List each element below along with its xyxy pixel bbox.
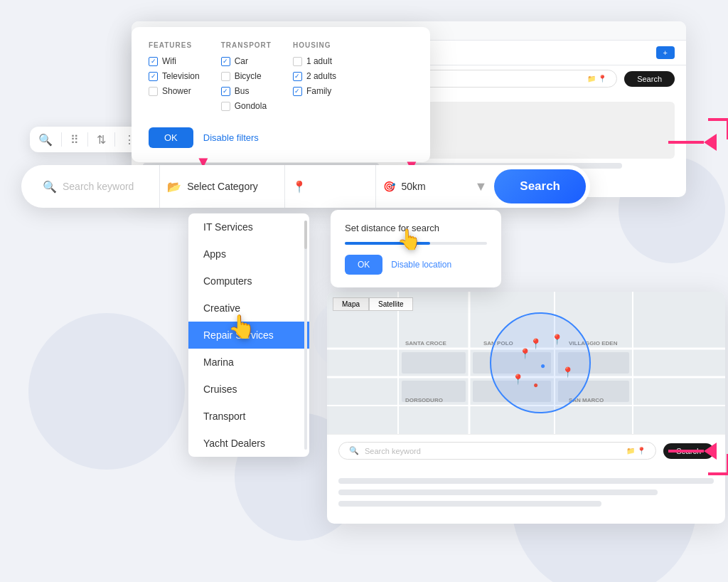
bottom-search-extra-icons: 📁 📍 bbox=[626, 447, 646, 455]
toolbar-arrows-icon[interactable]: ⇅ bbox=[97, 133, 106, 147]
bottom-search-icon: 🔍 bbox=[349, 446, 359, 455]
browser-bottom-search-input[interactable]: 🔍 Search keyword 📁 📍 bbox=[338, 442, 656, 460]
distance-disable-button[interactable]: Disable location bbox=[391, 260, 451, 270]
distance-actions: OK Disable location bbox=[345, 255, 487, 275]
map-tab-satellite[interactable]: Satellite bbox=[369, 297, 413, 311]
keyword-input[interactable]: Search keyword bbox=[63, 181, 134, 192]
toolbar-divider-2 bbox=[87, 132, 88, 147]
svg-text:📍: 📍 bbox=[562, 366, 574, 379]
browser-bottom-content bbox=[327, 467, 725, 524]
map-area: Mapa Satellite bbox=[327, 292, 725, 434]
browser-top-search-btn[interactable]: Search bbox=[624, 71, 675, 87]
filter-television-check[interactable]: ✓ bbox=[149, 72, 158, 81]
map-tab-mapa[interactable]: Mapa bbox=[333, 297, 369, 311]
svg-text:●: ● bbox=[540, 361, 545, 371]
filter-grid: FEATURES ✓ Wifi ✓ Television Shower TRAN… bbox=[149, 41, 413, 116]
folder-icon: 📂 bbox=[167, 180, 181, 194]
svg-text:●: ● bbox=[533, 380, 538, 390]
filter-2adults[interactable]: ✓ 2 adults bbox=[293, 71, 336, 81]
svg-rect-8 bbox=[402, 352, 466, 374]
distance-ok-button[interactable]: OK bbox=[345, 255, 382, 275]
dropdown-computers[interactable]: Computers bbox=[188, 268, 309, 295]
filter-gondola-check[interactable] bbox=[221, 102, 230, 111]
filter-gondola[interactable]: Gondola bbox=[221, 101, 272, 111]
filter-wifi-check[interactable]: ✓ bbox=[149, 57, 158, 66]
dropdown-scrollbar-thumb bbox=[304, 221, 307, 249]
pink-arrow-top bbox=[668, 134, 717, 151]
filter-2adults-check[interactable]: ✓ bbox=[293, 72, 302, 81]
cursor-hand-dropdown: 👆 bbox=[228, 313, 256, 340]
bottom-search-placeholder: Search keyword bbox=[365, 447, 421, 455]
category-selector[interactable]: Select Category bbox=[187, 181, 258, 192]
category-section[interactable]: 📂 Select Category bbox=[160, 165, 284, 208]
filter-col-housing: HOUSING 1 adult ✓ 2 adults ✓ Family bbox=[293, 41, 336, 116]
filter-icon-button[interactable]: ▼ bbox=[467, 179, 494, 194]
filter-bicycle[interactable]: Bicycle bbox=[221, 71, 272, 81]
filter-1adult[interactable]: 1 adult bbox=[293, 56, 336, 66]
filter-popup: FEATURES ✓ Wifi ✓ Television Shower TRAN… bbox=[132, 27, 430, 162]
main-scene: Home About Citadela Directory Pages Blog… bbox=[0, 0, 728, 582]
dropdown-it-services[interactable]: IT Services bbox=[188, 213, 309, 240]
content-line-3 bbox=[338, 501, 601, 507]
filter-1adult-check[interactable] bbox=[293, 57, 302, 66]
pink-arrow-body-top bbox=[668, 141, 704, 144]
browser-bottom-window: Mapa Satellite bbox=[327, 292, 725, 524]
filter-actions: OK Disable filters bbox=[149, 127, 413, 148]
distance-value[interactable]: 50km bbox=[401, 181, 425, 192]
filter-television[interactable]: ✓ Television bbox=[149, 71, 200, 81]
toolbar-search-icon[interactable]: 🔍 bbox=[38, 133, 53, 147]
keyword-section: 🔍 Search keyword bbox=[36, 165, 160, 208]
filter-ok-button[interactable]: OK bbox=[149, 127, 193, 148]
svg-text:📍: 📍 bbox=[512, 374, 525, 386]
filter-disable-button[interactable]: Disable filters bbox=[203, 132, 259, 143]
filter-shower-check[interactable] bbox=[149, 87, 158, 96]
nav-cta-button[interactable]: + bbox=[656, 46, 675, 59]
svg-text:📍: 📍 bbox=[530, 338, 542, 350]
cursor-hand-distance: 👆 bbox=[397, 228, 422, 251]
filter-car-check[interactable]: ✓ bbox=[221, 57, 230, 66]
svg-text:📍: 📍 bbox=[519, 348, 532, 360]
browser-bottom-search-bar: 🔍 Search keyword 📁 📍 Search bbox=[327, 434, 725, 467]
filter-car[interactable]: ✓ Car bbox=[221, 56, 272, 66]
dropdown-transport[interactable]: Transport bbox=[188, 403, 309, 430]
content-line-1 bbox=[338, 478, 714, 484]
filter-bus[interactable]: ✓ Bus bbox=[221, 86, 272, 96]
filter-family[interactable]: ✓ Family bbox=[293, 86, 336, 96]
pink-corner-top bbox=[708, 118, 728, 139]
svg-text:SANTA CROCE: SANTA CROCE bbox=[405, 340, 446, 346]
main-search-bar: 🔍 Search keyword 📂 Select Category 📍 🎯 5… bbox=[21, 165, 590, 208]
housing-title: HOUSING bbox=[293, 41, 336, 49]
dropdown-marina[interactable]: Marina bbox=[188, 349, 309, 376]
dropdown-scrollbar bbox=[304, 221, 307, 450]
filter-bus-check[interactable]: ✓ bbox=[221, 87, 230, 96]
filter-col-features: FEATURES ✓ Wifi ✓ Television Shower bbox=[149, 41, 200, 116]
transport-title: TRANSPORT bbox=[221, 41, 272, 49]
filter-wifi[interactable]: ✓ Wifi bbox=[149, 56, 200, 66]
pink-arrow-bottom bbox=[668, 443, 717, 460]
map-svg: SANTA CROCE SAN POLO VILLAGGIO EDEN DORS… bbox=[327, 292, 725, 434]
svg-text:📍: 📍 bbox=[551, 334, 564, 346]
main-search-button[interactable]: Search bbox=[494, 169, 586, 203]
content-line-2 bbox=[338, 490, 658, 495]
toolbar-widget: 🔍 ⠿ ⇅ ⋮ bbox=[30, 127, 144, 152]
location-section[interactable]: 📍 bbox=[285, 165, 377, 208]
toolbar-grid-icon[interactable]: ⠿ bbox=[70, 133, 79, 147]
toolbar-divider-1 bbox=[61, 132, 62, 147]
browser-top-icons: 📁 📍 bbox=[587, 75, 606, 83]
filter-col-transport: TRANSPORT ✓ Car Bicycle ✓ Bus Gondola bbox=[221, 41, 272, 116]
filter-family-check[interactable]: ✓ bbox=[293, 87, 302, 96]
toolbar-divider-3 bbox=[114, 132, 115, 147]
features-title: FEATURES bbox=[149, 41, 200, 49]
keyword-search-icon: 🔍 bbox=[43, 180, 57, 194]
location-icon: 📍 bbox=[292, 180, 306, 194]
pink-arrow-body-bottom bbox=[668, 450, 704, 453]
filter-bicycle-check[interactable] bbox=[221, 72, 230, 81]
dropdown-yacht-dealers[interactable]: Yacht Dealers bbox=[188, 430, 309, 457]
svg-text:DORSODURO: DORSODURO bbox=[405, 397, 443, 403]
filter-shower[interactable]: Shower bbox=[149, 86, 200, 96]
map-toggle-tabs: Mapa Satellite bbox=[333, 297, 413, 311]
dropdown-apps[interactable]: Apps bbox=[188, 240, 309, 268]
dropdown-cruises[interactable]: Cruises bbox=[188, 376, 309, 403]
distance-section[interactable]: 🎯 50km bbox=[376, 165, 467, 208]
target-icon: 🎯 bbox=[383, 181, 395, 192]
